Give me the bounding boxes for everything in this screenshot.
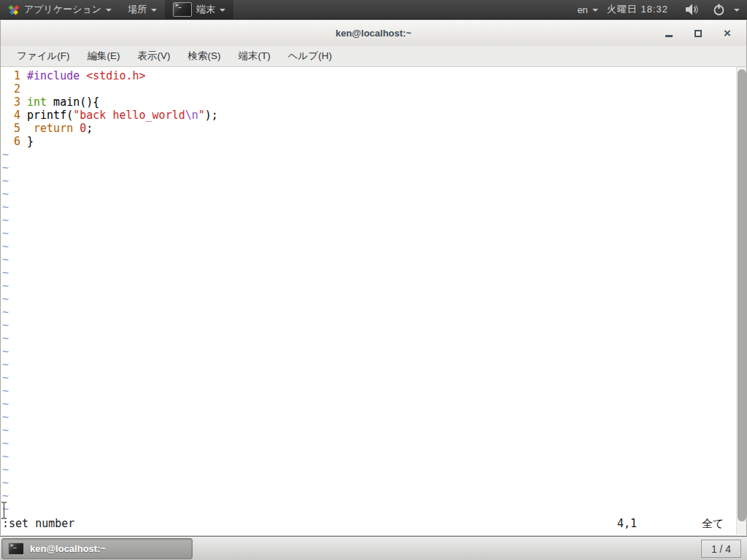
mouse-cursor-ibeam [1,502,7,519]
maximize-button[interactable] [684,24,713,43]
empty-line-tilde: ~ [1,227,736,240]
scrollbar[interactable] [736,67,746,534]
power-icon[interactable] [713,4,725,16]
top-panel: アプリケーション 場所 端末 en 火曜日 18:32 [0,0,747,20]
empty-line-tilde: ~ [1,450,736,463]
vim-buffer: 1#include <stdio.h>23int main(){4printf(… [1,69,736,516]
empty-line-tilde: ~ [1,463,736,476]
titlebar[interactable]: ken@localhost:~ × [1,20,746,46]
empty-line-tilde: ~ [1,266,736,279]
code-line: 1#include <stdio.h> [1,69,736,82]
empty-line-tilde: ~ [1,214,736,227]
close-button[interactable]: × [713,24,742,43]
minimize-icon [665,35,673,37]
empty-line-tilde: ~ [1,489,736,502]
terminal-icon [8,542,24,555]
minimize-button[interactable] [654,24,684,43]
empty-line-tilde: ~ [1,424,736,437]
empty-line-tilde: ~ [1,292,736,306]
volume-icon[interactable] [686,4,700,15]
terminal-icon [173,2,192,17]
code-line: 2 [1,82,736,96]
taskbar-window-button[interactable]: ken@localhost:~ [1,538,193,559]
clock[interactable]: 火曜日 18:32 [607,3,668,16]
close-icon: × [724,27,731,39]
applications-menu[interactable]: アプリケーション [0,0,120,19]
empty-line-tilde: ~ [1,306,736,319]
menubar: ファイル(F) 編集(E) 表示(V) 検索(S) 端末(T) ヘルプ(H) [1,46,746,67]
menu-edit[interactable]: 編集(E) [79,46,129,66]
menu-search[interactable]: 検索(S) [179,46,230,66]
line-number: 2 [1,82,20,96]
keyboard-layout-indicator[interactable]: en [574,0,600,19]
vim-ruler-position: 4,1 [617,517,637,530]
places-menu[interactable]: 場所 [120,0,165,19]
empty-line-tilde: ~ [1,437,736,450]
code-line: 5 return 0; [1,122,736,135]
vim-ruler-scroll: 全て [702,517,724,530]
menu-file[interactable]: ファイル(F) [8,46,79,66]
menu-help[interactable]: ヘルプ(H) [279,46,341,66]
terminal-window: ken@localhost:~ × ファイル(F) 編集(E) 表示(V) 検索… [0,20,747,535]
empty-line-tilde: ~ [1,345,736,358]
chevron-down-icon [151,9,157,12]
line-number: 4 [1,109,20,122]
code-line: 4printf("back hello_world\n"); [1,109,736,122]
taskbar-window-label: ken@localhost:~ [30,543,106,554]
empty-line-tilde: ~ [1,332,736,345]
chevron-down-icon [592,9,598,12]
empty-line-tilde: ~ [1,502,736,516]
chevron-down-icon [220,9,225,12]
app-menu-terminal[interactable]: 端末 [165,0,233,19]
line-number: 5 [1,122,20,135]
empty-line-tilde: ~ [1,148,736,161]
scrollbar-thumb[interactable] [738,69,746,521]
line-number: 6 [1,135,20,148]
window-title: ken@localhost:~ [336,28,411,39]
maximize-icon [694,30,702,37]
empty-line-tilde: ~ [1,279,736,292]
desktop: アプリケーション 場所 端末 en 火曜日 18:32 [0,0,747,560]
vim-command-line: :set number [2,517,74,530]
empty-line-tilde: ~ [1,253,736,266]
applications-icon [8,4,20,15]
empty-line-tilde: ~ [1,201,736,214]
empty-line-tilde: ~ [1,187,736,201]
taskbar: ken@localhost:~ 1 / 4 [0,536,747,560]
workspace-indicator-label: 1 / 4 [711,543,731,555]
line-number: 3 [1,96,20,109]
chevron-down-icon [106,9,112,12]
code-line: 3int main(){ [1,96,736,109]
chevron-down-icon[interactable] [734,9,740,12]
applications-label: アプリケーション [24,3,101,16]
code-line: 6} [1,135,736,148]
empty-line-tilde: ~ [1,371,736,384]
empty-line-tilde: ~ [1,319,736,332]
vim-editor-area[interactable]: 1#include <stdio.h>23int main(){4printf(… [1,67,746,534]
empty-line-tilde: ~ [1,161,736,174]
menu-terminal[interactable]: 端末(T) [230,46,279,66]
keyboard-layout-label: en [577,4,587,15]
line-number: 1 [1,69,20,82]
places-label: 場所 [128,3,147,16]
workspace-switcher[interactable]: 1 / 4 [701,540,741,558]
empty-line-tilde: ~ [1,476,736,489]
menu-view[interactable]: 表示(V) [129,46,179,66]
empty-line-tilde: ~ [1,411,736,424]
empty-line-tilde: ~ [1,397,736,411]
empty-line-tilde: ~ [1,384,736,397]
empty-line-tilde: ~ [1,174,736,187]
app-menu-label: 端末 [196,3,215,16]
vim-statusline: :set number 4,1 全て [1,517,736,530]
empty-line-tilde: ~ [1,240,736,253]
empty-line-tilde: ~ [1,358,736,371]
